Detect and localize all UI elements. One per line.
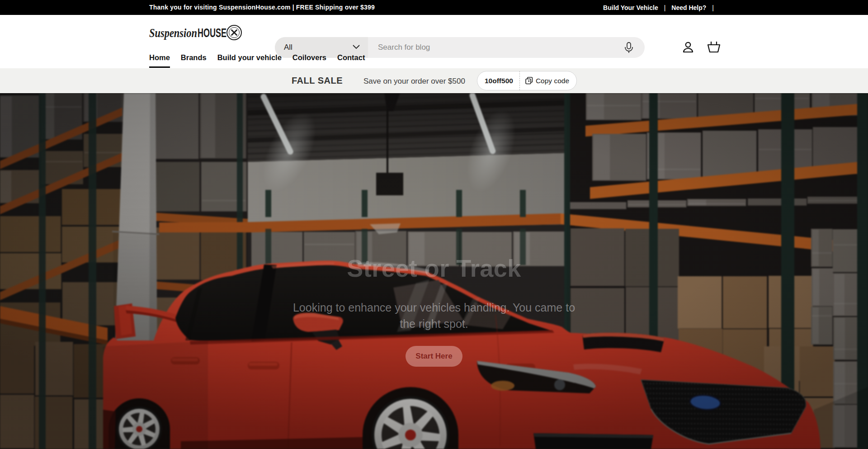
svg-text:Suspension: Suspension — [149, 26, 197, 40]
svg-text:HOUSE: HOUSE — [198, 26, 226, 40]
